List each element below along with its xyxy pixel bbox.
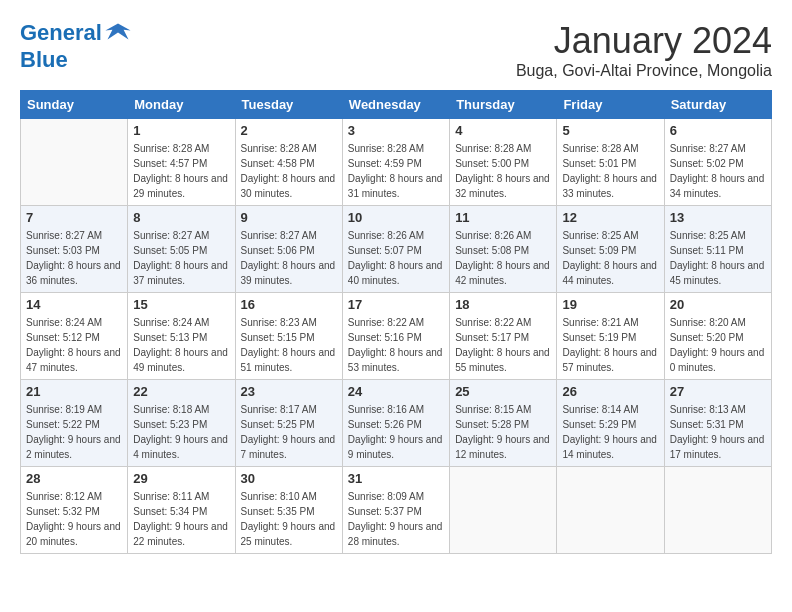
day-number: 17: [348, 297, 444, 312]
day-number: 11: [455, 210, 551, 225]
day-number: 5: [562, 123, 658, 138]
calendar-cell: 6Sunrise: 8:27 AMSunset: 5:02 PMDaylight…: [664, 119, 771, 206]
day-info: Sunrise: 8:16 AMSunset: 5:26 PMDaylight:…: [348, 402, 444, 462]
day-info: Sunrise: 8:10 AMSunset: 5:35 PMDaylight:…: [241, 489, 337, 549]
day-info: Sunrise: 8:28 AMSunset: 4:59 PMDaylight:…: [348, 141, 444, 201]
day-info: Sunrise: 8:14 AMSunset: 5:29 PMDaylight:…: [562, 402, 658, 462]
calendar-cell: 18Sunrise: 8:22 AMSunset: 5:17 PMDayligh…: [450, 293, 557, 380]
day-info: Sunrise: 8:23 AMSunset: 5:15 PMDaylight:…: [241, 315, 337, 375]
day-number: 28: [26, 471, 122, 486]
day-number: 20: [670, 297, 766, 312]
day-number: 13: [670, 210, 766, 225]
calendar-cell: 20Sunrise: 8:20 AMSunset: 5:20 PMDayligh…: [664, 293, 771, 380]
calendar-cell: 22Sunrise: 8:18 AMSunset: 5:23 PMDayligh…: [128, 380, 235, 467]
calendar-table: SundayMondayTuesdayWednesdayThursdayFrid…: [20, 90, 772, 554]
day-info: Sunrise: 8:15 AMSunset: 5:28 PMDaylight:…: [455, 402, 551, 462]
calendar-cell: 23Sunrise: 8:17 AMSunset: 5:25 PMDayligh…: [235, 380, 342, 467]
calendar-cell: 26Sunrise: 8:14 AMSunset: 5:29 PMDayligh…: [557, 380, 664, 467]
day-info: Sunrise: 8:28 AMSunset: 4:58 PMDaylight:…: [241, 141, 337, 201]
day-info: Sunrise: 8:26 AMSunset: 5:07 PMDaylight:…: [348, 228, 444, 288]
calendar-cell: [664, 467, 771, 554]
day-number: 16: [241, 297, 337, 312]
location-title: Buga, Govi-Altai Province, Mongolia: [516, 62, 772, 80]
day-number: 9: [241, 210, 337, 225]
calendar-cell: 13Sunrise: 8:25 AMSunset: 5:11 PMDayligh…: [664, 206, 771, 293]
calendar-cell: 5Sunrise: 8:28 AMSunset: 5:01 PMDaylight…: [557, 119, 664, 206]
day-number: 30: [241, 471, 337, 486]
day-number: 24: [348, 384, 444, 399]
day-info: Sunrise: 8:26 AMSunset: 5:08 PMDaylight:…: [455, 228, 551, 288]
weekday-header-monday: Monday: [128, 91, 235, 119]
calendar-cell: 28Sunrise: 8:12 AMSunset: 5:32 PMDayligh…: [21, 467, 128, 554]
weekday-header-saturday: Saturday: [664, 91, 771, 119]
calendar-cell: 19Sunrise: 8:21 AMSunset: 5:19 PMDayligh…: [557, 293, 664, 380]
weekday-header-wednesday: Wednesday: [342, 91, 449, 119]
calendar-cell: [450, 467, 557, 554]
calendar-cell: 1Sunrise: 8:28 AMSunset: 4:57 PMDaylight…: [128, 119, 235, 206]
calendar-cell: 25Sunrise: 8:15 AMSunset: 5:28 PMDayligh…: [450, 380, 557, 467]
day-number: 12: [562, 210, 658, 225]
day-info: Sunrise: 8:20 AMSunset: 5:20 PMDaylight:…: [670, 315, 766, 375]
calendar-cell: 10Sunrise: 8:26 AMSunset: 5:07 PMDayligh…: [342, 206, 449, 293]
weekday-header-tuesday: Tuesday: [235, 91, 342, 119]
day-info: Sunrise: 8:27 AMSunset: 5:06 PMDaylight:…: [241, 228, 337, 288]
logo-bird-icon: [104, 20, 132, 48]
day-info: Sunrise: 8:19 AMSunset: 5:22 PMDaylight:…: [26, 402, 122, 462]
calendar-cell: 3Sunrise: 8:28 AMSunset: 4:59 PMDaylight…: [342, 119, 449, 206]
day-info: Sunrise: 8:17 AMSunset: 5:25 PMDaylight:…: [241, 402, 337, 462]
day-number: 31: [348, 471, 444, 486]
day-info: Sunrise: 8:27 AMSunset: 5:02 PMDaylight:…: [670, 141, 766, 201]
calendar-cell: 30Sunrise: 8:10 AMSunset: 5:35 PMDayligh…: [235, 467, 342, 554]
calendar-cell: [557, 467, 664, 554]
month-title: January 2024: [516, 20, 772, 62]
day-info: Sunrise: 8:25 AMSunset: 5:09 PMDaylight:…: [562, 228, 658, 288]
calendar-cell: 21Sunrise: 8:19 AMSunset: 5:22 PMDayligh…: [21, 380, 128, 467]
day-number: 2: [241, 123, 337, 138]
day-info: Sunrise: 8:09 AMSunset: 5:37 PMDaylight:…: [348, 489, 444, 549]
svg-marker-0: [105, 24, 130, 40]
day-number: 8: [133, 210, 229, 225]
day-info: Sunrise: 8:28 AMSunset: 5:01 PMDaylight:…: [562, 141, 658, 201]
calendar-week-row: 7Sunrise: 8:27 AMSunset: 5:03 PMDaylight…: [21, 206, 772, 293]
weekday-header-friday: Friday: [557, 91, 664, 119]
calendar-week-row: 21Sunrise: 8:19 AMSunset: 5:22 PMDayligh…: [21, 380, 772, 467]
day-number: 19: [562, 297, 658, 312]
calendar-cell: 15Sunrise: 8:24 AMSunset: 5:13 PMDayligh…: [128, 293, 235, 380]
day-number: 22: [133, 384, 229, 399]
day-info: Sunrise: 8:27 AMSunset: 5:05 PMDaylight:…: [133, 228, 229, 288]
calendar-cell: 7Sunrise: 8:27 AMSunset: 5:03 PMDaylight…: [21, 206, 128, 293]
calendar-cell: 24Sunrise: 8:16 AMSunset: 5:26 PMDayligh…: [342, 380, 449, 467]
calendar-cell: 11Sunrise: 8:26 AMSunset: 5:08 PMDayligh…: [450, 206, 557, 293]
day-info: Sunrise: 8:18 AMSunset: 5:23 PMDaylight:…: [133, 402, 229, 462]
day-info: Sunrise: 8:21 AMSunset: 5:19 PMDaylight:…: [562, 315, 658, 375]
calendar-cell: 14Sunrise: 8:24 AMSunset: 5:12 PMDayligh…: [21, 293, 128, 380]
logo-text: General Blue: [20, 20, 132, 72]
day-number: 29: [133, 471, 229, 486]
day-number: 15: [133, 297, 229, 312]
day-info: Sunrise: 8:27 AMSunset: 5:03 PMDaylight:…: [26, 228, 122, 288]
day-number: 14: [26, 297, 122, 312]
day-info: Sunrise: 8:22 AMSunset: 5:17 PMDaylight:…: [455, 315, 551, 375]
calendar-week-row: 14Sunrise: 8:24 AMSunset: 5:12 PMDayligh…: [21, 293, 772, 380]
day-info: Sunrise: 8:28 AMSunset: 5:00 PMDaylight:…: [455, 141, 551, 201]
day-info: Sunrise: 8:11 AMSunset: 5:34 PMDaylight:…: [133, 489, 229, 549]
day-info: Sunrise: 8:28 AMSunset: 4:57 PMDaylight:…: [133, 141, 229, 201]
day-number: 4: [455, 123, 551, 138]
calendar-cell: 27Sunrise: 8:13 AMSunset: 5:31 PMDayligh…: [664, 380, 771, 467]
calendar-week-row: 1Sunrise: 8:28 AMSunset: 4:57 PMDaylight…: [21, 119, 772, 206]
calendar-cell: 8Sunrise: 8:27 AMSunset: 5:05 PMDaylight…: [128, 206, 235, 293]
day-number: 7: [26, 210, 122, 225]
page-header: General Blue January 2024 Buga, Govi-Alt…: [20, 20, 772, 80]
weekday-header-thursday: Thursday: [450, 91, 557, 119]
logo: General Blue: [20, 20, 132, 72]
day-number: 26: [562, 384, 658, 399]
calendar-cell: 31Sunrise: 8:09 AMSunset: 5:37 PMDayligh…: [342, 467, 449, 554]
calendar-cell: [21, 119, 128, 206]
day-number: 10: [348, 210, 444, 225]
day-number: 25: [455, 384, 551, 399]
day-info: Sunrise: 8:12 AMSunset: 5:32 PMDaylight:…: [26, 489, 122, 549]
day-number: 23: [241, 384, 337, 399]
day-number: 18: [455, 297, 551, 312]
day-info: Sunrise: 8:22 AMSunset: 5:16 PMDaylight:…: [348, 315, 444, 375]
day-info: Sunrise: 8:24 AMSunset: 5:12 PMDaylight:…: [26, 315, 122, 375]
